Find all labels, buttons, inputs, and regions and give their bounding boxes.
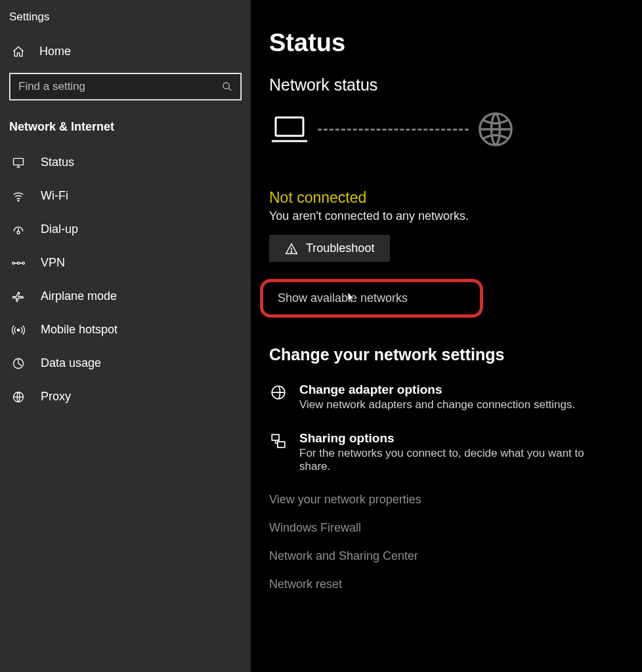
nav-list: Status Wi-Fi Dial-up VPN — [0, 146, 251, 413]
connection-line — [318, 129, 469, 131]
sidebar-item-label: Airplane mode — [41, 289, 117, 303]
svg-point-7 — [17, 329, 19, 331]
sidebar-item-label: Wi-Fi — [41, 189, 68, 203]
network-reset-link[interactable]: Network reset — [269, 578, 630, 591]
laptop-icon — [269, 114, 310, 145]
network-status-label: Network status — [269, 75, 630, 94]
sidebar-item-label: Mobile hotspot — [41, 323, 118, 337]
nav-airplane[interactable]: Airplane mode — [0, 280, 251, 313]
sharing-option[interactable]: Sharing options For the networks you con… — [269, 431, 630, 473]
adapter-icon — [269, 383, 288, 411]
network-diagram — [269, 110, 630, 148]
svg-rect-10 — [276, 117, 303, 136]
nav-status[interactable]: Status — [0, 146, 251, 179]
nav-wifi[interactable]: Wi-Fi — [0, 179, 251, 213]
svg-point-12 — [291, 251, 291, 252]
svg-rect-15 — [278, 442, 285, 448]
troubleshoot-button[interactable]: Troubleshoot — [269, 235, 390, 262]
vpn-icon — [11, 258, 26, 268]
dataus-icon — [11, 357, 26, 370]
nav-datausage[interactable]: Data usage — [0, 346, 251, 380]
airplane-icon — [11, 290, 26, 303]
svg-point-2 — [18, 200, 19, 201]
globe-icon — [11, 390, 26, 404]
view-properties-link[interactable]: View your network properties — [269, 493, 630, 507]
search-box[interactable] — [9, 73, 242, 100]
troubleshoot-label: Troubleshoot — [306, 242, 374, 255]
svg-rect-1 — [14, 158, 24, 165]
svg-point-3 — [17, 231, 20, 234]
sidebar-item-label: Data usage — [41, 356, 101, 370]
window-title: Settings — [0, 0, 251, 35]
connection-status-heading: Not connected — [269, 189, 630, 207]
network-sharing-center-link[interactable]: Network and Sharing Center — [269, 549, 630, 563]
show-available-networks-link[interactable]: Show available networks — [260, 279, 483, 318]
svg-point-5 — [17, 262, 19, 264]
svg-point-6 — [22, 262, 24, 264]
svg-point-4 — [12, 262, 14, 264]
windows-firewall-link[interactable]: Windows Firewall — [269, 521, 630, 535]
main-pane: Status Network status Not connected You … — [251, 0, 642, 672]
sidebar-item-label: Status — [41, 156, 74, 169]
sharing-title: Sharing options — [299, 431, 614, 446]
warning-icon — [285, 242, 298, 255]
page-title: Status — [269, 29, 630, 57]
globe-large-icon — [477, 110, 515, 148]
sidebar: Settings Home Network & Internet Status — [0, 0, 251, 672]
adapter-title: Change adapter options — [299, 383, 575, 397]
home-label: Home — [39, 45, 71, 58]
home-nav[interactable]: Home — [0, 35, 251, 68]
settings-window: Settings Home Network & Internet Status — [0, 0, 642, 672]
sidebar-item-label: Dial-up — [41, 222, 78, 236]
nav-vpn[interactable]: VPN — [0, 246, 251, 280]
wifi-icon — [11, 190, 26, 203]
change-adapter-option[interactable]: Change adapter options View network adap… — [269, 383, 630, 411]
svg-point-0 — [223, 83, 229, 89]
category-label: Network & Internet — [0, 112, 251, 146]
nav-proxy[interactable]: Proxy — [0, 380, 251, 413]
nav-hotspot[interactable]: Mobile hotspot — [0, 313, 251, 346]
hotspot-icon — [11, 324, 26, 337]
search-icon — [222, 81, 232, 92]
connection-status-sub: You aren't connected to any networks. — [269, 209, 630, 223]
sidebar-item-label: VPN — [41, 256, 65, 270]
nav-dialup[interactable]: Dial-up — [0, 213, 251, 246]
home-icon — [11, 45, 26, 58]
sharing-icon — [269, 431, 288, 473]
change-settings-title: Change your network settings — [269, 345, 630, 364]
sharing-desc: For the networks you connect to, decide … — [299, 447, 614, 473]
dialup-icon — [11, 223, 26, 236]
adapter-desc: View network adapters and change connect… — [299, 398, 575, 411]
sidebar-item-label: Proxy — [41, 390, 71, 404]
search-input[interactable] — [11, 74, 240, 99]
monitor-icon — [11, 156, 26, 169]
svg-rect-14 — [272, 434, 279, 440]
